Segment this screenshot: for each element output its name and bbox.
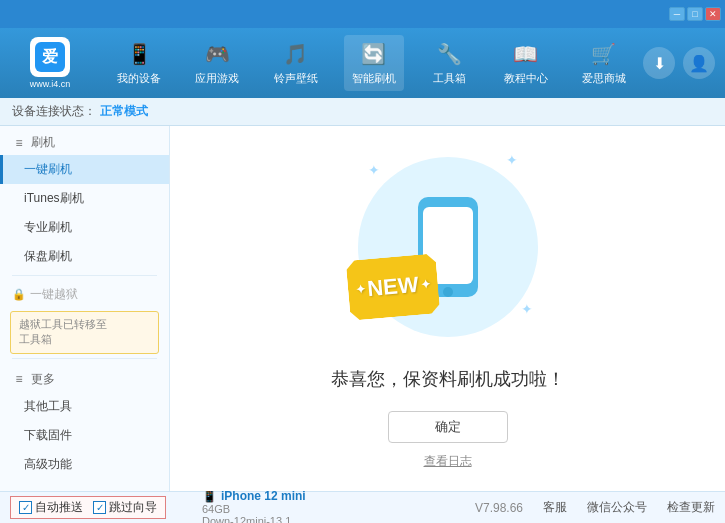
my-device-label: 我的设备 bbox=[117, 71, 161, 86]
nav-wallpaper[interactable]: 🎵 铃声壁纸 bbox=[266, 35, 326, 91]
logo-icon: 爱 bbox=[30, 37, 70, 77]
sidebar-item-other-tools[interactable]: 其他工具 bbox=[0, 392, 169, 421]
tutorial-icon: 📖 bbox=[512, 40, 540, 68]
auto-push-checkbox[interactable]: ✓ bbox=[19, 501, 32, 514]
wallpaper-icon: 🎵 bbox=[282, 40, 310, 68]
window-controls: ─ □ ✕ bbox=[669, 7, 721, 21]
sparkle-2: ✦ bbox=[506, 152, 518, 168]
title-bar: ─ □ ✕ bbox=[0, 0, 725, 28]
auto-push-checkbox-item[interactable]: ✓ 自动推送 bbox=[19, 499, 83, 516]
new-badge: ✦ NEW ✦ bbox=[345, 253, 440, 321]
logo-inner: 爱 bbox=[35, 42, 65, 72]
apps-label: 应用游戏 bbox=[195, 71, 239, 86]
nav-my-device[interactable]: 📱 我的设备 bbox=[109, 35, 169, 91]
success-message: 恭喜您，保资料刷机成功啦！ bbox=[331, 367, 565, 391]
jailbreak-label: 一键越狱 bbox=[30, 286, 78, 303]
download-button[interactable]: ⬇ bbox=[643, 47, 675, 79]
status-label-text: 设备连接状态： bbox=[12, 103, 96, 120]
device-storage: 64GB bbox=[202, 503, 306, 515]
jailbreak-locked: 🔒 一键越狱 bbox=[0, 280, 169, 307]
bottom-right: V7.98.66 客服 微信公众号 检查更新 bbox=[475, 499, 715, 516]
more-section-header: ≡ 更多 bbox=[0, 363, 169, 392]
store-icon: 🛒 bbox=[590, 40, 618, 68]
nav-right-buttons: ⬇ 👤 bbox=[643, 47, 715, 79]
illustration: ✦ ✦ ✦ ✦ NEW ✦ bbox=[348, 147, 548, 347]
more-section-label: 更多 bbox=[31, 371, 55, 388]
wallpaper-label: 铃声壁纸 bbox=[274, 71, 318, 86]
divider-1 bbox=[12, 275, 157, 276]
sidebar-item-one-click-flash[interactable]: 一键刷机 bbox=[0, 155, 169, 184]
sidebar-item-save-flash[interactable]: 保盘刷机 bbox=[0, 242, 169, 271]
nav-store[interactable]: 🛒 爱思商城 bbox=[574, 35, 634, 91]
device-info: 📱 iPhone 12 mini 64GB Down-12mini-13,1 bbox=[202, 489, 306, 524]
nav-bar: 📱 我的设备 🎮 应用游戏 🎵 铃声壁纸 🔄 智能刷机 🔧 工具箱 📖 教程中心… bbox=[100, 35, 643, 91]
flash-section-icon: ≡ bbox=[12, 136, 26, 150]
skip-wizard-checkbox[interactable]: ✓ bbox=[93, 501, 106, 514]
sidebar: ≡ 刷机 一键刷机 iTunes刷机 专业刷机 保盘刷机 🔒 一键越狱 越狱工具… bbox=[0, 126, 170, 491]
header: 爱 www.i4.cn 📱 我的设备 🎮 应用游戏 🎵 铃声壁纸 🔄 智能刷机 … bbox=[0, 28, 725, 98]
version-label: V7.98.66 bbox=[475, 501, 523, 515]
phone-home-button bbox=[443, 287, 453, 297]
customer-service-link[interactable]: 客服 bbox=[543, 499, 567, 516]
nav-toolbox[interactable]: 🔧 工具箱 bbox=[422, 35, 477, 91]
nav-smart-flash[interactable]: 🔄 智能刷机 bbox=[344, 35, 404, 91]
close-button[interactable]: ✕ bbox=[705, 7, 721, 21]
jailbreak-notice: 越狱工具已转移至工具箱 bbox=[10, 311, 159, 354]
wechat-link[interactable]: 微信公众号 bbox=[587, 499, 647, 516]
goto-daily-link[interactable]: 查看日志 bbox=[424, 453, 472, 470]
user-button[interactable]: 👤 bbox=[683, 47, 715, 79]
confirm-button[interactable]: 确定 bbox=[388, 411, 508, 443]
toolbox-label: 工具箱 bbox=[433, 71, 466, 86]
smart-flash-label: 智能刷机 bbox=[352, 71, 396, 86]
main-layout: ≡ 刷机 一键刷机 iTunes刷机 专业刷机 保盘刷机 🔒 一键越狱 越狱工具… bbox=[0, 126, 725, 491]
content-area: ✦ ✦ ✦ ✦ NEW ✦ 恭喜您，保资料刷机成功啦！ 确定 查看日志 bbox=[170, 126, 725, 491]
maximize-button[interactable]: □ bbox=[687, 7, 703, 21]
auto-push-label: 自动推送 bbox=[35, 499, 83, 516]
sidebar-item-download-firmware[interactable]: 下载固件 bbox=[0, 421, 169, 450]
nav-apps[interactable]: 🎮 应用游戏 bbox=[187, 35, 247, 91]
new-badge-text: ✦ NEW ✦ bbox=[354, 271, 431, 303]
tutorial-label: 教程中心 bbox=[504, 71, 548, 86]
logo-url: www.i4.cn bbox=[30, 79, 71, 89]
skip-wizard-checkbox-item[interactable]: ✓ 跳过向导 bbox=[93, 499, 157, 516]
lock-icon: 🔒 bbox=[12, 288, 26, 301]
logo[interactable]: 爱 www.i4.cn bbox=[10, 37, 90, 89]
store-label: 爱思商城 bbox=[582, 71, 626, 86]
sidebar-item-pro-flash[interactable]: 专业刷机 bbox=[0, 213, 169, 242]
divider-2 bbox=[12, 358, 157, 359]
minimize-button[interactable]: ─ bbox=[669, 7, 685, 21]
flash-section-label: 刷机 bbox=[31, 134, 55, 151]
sparkle-3: ✦ bbox=[521, 301, 533, 317]
sparkle-1: ✦ bbox=[368, 162, 380, 178]
check-update-link[interactable]: 检查更新 bbox=[667, 499, 715, 516]
bottom-left: ✓ 自动推送 ✓ 跳过向导 📱 iPhone 12 mini 64GB Down… bbox=[10, 489, 475, 524]
sidebar-item-itunes-flash[interactable]: iTunes刷机 bbox=[0, 184, 169, 213]
status-value: 正常模式 bbox=[100, 103, 148, 120]
apps-icon: 🎮 bbox=[203, 40, 231, 68]
flash-section-header: ≡ 刷机 bbox=[0, 126, 169, 155]
new-text: NEW bbox=[366, 272, 419, 302]
my-device-icon: 📱 bbox=[125, 40, 153, 68]
skip-wizard-label: 跳过向导 bbox=[109, 499, 157, 516]
toolbox-icon: 🔧 bbox=[436, 40, 464, 68]
smart-flash-icon: 🔄 bbox=[360, 40, 388, 68]
sidebar-item-advanced[interactable]: 高级功能 bbox=[0, 450, 169, 479]
status-bar: 设备连接状态： 正常模式 bbox=[0, 98, 725, 126]
nav-tutorial[interactable]: 📖 教程中心 bbox=[496, 35, 556, 91]
more-section-icon: ≡ bbox=[12, 372, 26, 386]
bottom-bar: ✓ 自动推送 ✓ 跳过向导 📱 iPhone 12 mini 64GB Down… bbox=[0, 491, 725, 523]
device-firmware: Down-12mini-13,1 bbox=[202, 515, 306, 524]
